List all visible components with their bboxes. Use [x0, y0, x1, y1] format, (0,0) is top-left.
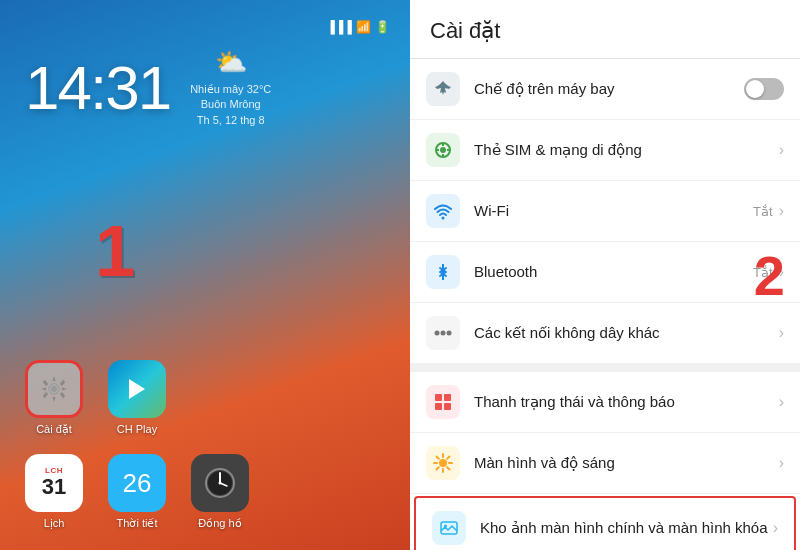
app-grid: Cài đặt CH Play [15, 360, 395, 530]
svg-point-16 [435, 331, 440, 336]
calendar-icon: LCH 31 [25, 454, 83, 512]
chplay-app[interactable]: CH Play [108, 360, 166, 436]
connections-chevron: › [779, 324, 784, 342]
notification-text: Thanh trạng thái và thông báo [474, 392, 779, 412]
sim-chevron: › [779, 141, 784, 159]
chplay-app-label: CH Play [117, 423, 157, 435]
svg-point-18 [447, 331, 452, 336]
settings-item-connections[interactable]: Các kết nối không dây khác › [410, 303, 800, 364]
wifi-status-icon: 📶 [356, 20, 371, 34]
svg-line-30 [437, 467, 439, 469]
settings-item-bluetooth[interactable]: Bluetooth Tắt › [410, 242, 800, 303]
wallpaper-label: Kho ảnh màn hình chính và màn hình khóa [480, 518, 773, 538]
sim-label: Thẻ SIM & mạng di động [474, 140, 779, 160]
display-text: Màn hình và độ sáng [474, 453, 779, 473]
wifi-label: Wi-Fi [474, 201, 753, 221]
battery-icon: 🔋 [375, 20, 390, 34]
svg-line-31 [447, 457, 449, 459]
app-row-2: LCH 31 Lịch 26 Thời tiết [25, 454, 385, 530]
svg-point-17 [441, 331, 446, 336]
svg-line-29 [447, 467, 449, 469]
clock-weather-row: 14:31 ⛅ Nhiều mây 32°C Buôn Mrông Th 5, … [15, 42, 395, 148]
svg-point-9 [440, 147, 446, 153]
svg-point-1 [50, 385, 58, 393]
notification-right: › [779, 393, 784, 411]
settings-item-notification[interactable]: Thanh trạng thái và thông báo › [410, 372, 800, 433]
svg-line-28 [437, 457, 439, 459]
weather-icon: ⛅ [215, 47, 247, 78]
bluetooth-label: Bluetooth [474, 262, 753, 282]
weather-app-icon: 26 [108, 454, 166, 512]
sim-text: Thẻ SIM & mạng di động [474, 140, 779, 160]
app-row-1: Cài đặt CH Play [25, 360, 385, 436]
wifi-status: Tắt [753, 204, 773, 219]
status-bar: ▐▐▐ 📶 🔋 [15, 20, 395, 42]
weather-widget: ⛅ Nhiều mây 32°C Buôn Mrông Th 5, 12 thg… [190, 47, 271, 128]
airplane-icon [426, 72, 460, 106]
airplane-toggle-container [744, 78, 784, 100]
clock-app-icon [191, 454, 249, 512]
svg-point-33 [444, 525, 447, 528]
wallpaper-right: › [773, 519, 778, 537]
bluetooth-icon [426, 255, 460, 289]
clock-app-label: Đồng hồ [198, 517, 241, 530]
step-1-label: 1 [95, 210, 135, 292]
display-right: › [779, 454, 784, 472]
settings-item-wifi[interactable]: Wi-Fi Tắt › [410, 181, 800, 242]
notification-icon [426, 385, 460, 419]
weather-description: Nhiều mây 32°C Buôn Mrông Th 5, 12 thg 8 [190, 82, 271, 128]
chplay-icon [108, 360, 166, 418]
bluetooth-chevron: › [779, 263, 784, 281]
svg-marker-2 [129, 379, 145, 399]
wallpaper-icon [432, 511, 466, 545]
sim-icon [426, 133, 460, 167]
settings-item-display[interactable]: Màn hình và độ sáng › [410, 433, 800, 494]
svg-rect-20 [444, 394, 451, 401]
wallpaper-text: Kho ảnh màn hình chính và màn hình khóa [480, 518, 773, 538]
svg-rect-21 [435, 403, 442, 410]
settings-item-sim[interactable]: Thẻ SIM & mạng di động › [410, 120, 800, 181]
wifi-text: Wi-Fi [474, 201, 753, 221]
calendar-app-label: Lịch [44, 517, 65, 530]
bluetooth-text: Bluetooth [474, 262, 753, 282]
svg-rect-22 [444, 403, 451, 410]
status-icons: ▐▐▐ 📶 🔋 [326, 20, 390, 34]
section-divider [410, 364, 800, 372]
connections-right: › [779, 324, 784, 342]
clock-display: 14:31 [25, 52, 170, 123]
weather-app-label: Thời tiết [117, 517, 158, 530]
connections-label: Các kết nối không dây khác [474, 323, 779, 343]
settings-app-label: Cài đặt [36, 423, 72, 436]
settings-app[interactable]: Cài đặt [25, 360, 83, 436]
svg-rect-19 [435, 394, 442, 401]
weather-app[interactable]: 26 Thời tiết [108, 454, 166, 530]
bluetooth-right: Tắt › [753, 263, 784, 281]
homescreen-panel: ▐▐▐ 📶 🔋 14:31 ⛅ Nhiều mây 32°C Buôn Mrôn… [0, 0, 410, 550]
notification-label: Thanh trạng thái và thông báo [474, 392, 779, 412]
calendar-app[interactable]: LCH 31 Lịch [25, 454, 83, 530]
clock-app[interactable]: Đồng hồ [191, 454, 249, 530]
settings-panel: Cài đặt 2 Chế độ trên máy bay [410, 0, 800, 550]
settings-item-wallpaper[interactable]: Kho ảnh màn hình chính và màn hình khóa … [414, 496, 796, 550]
settings-item-airplane[interactable]: Chế độ trên máy bay [410, 59, 800, 120]
bluetooth-status: Tắt [753, 265, 773, 280]
wifi-right: Tắt › [753, 202, 784, 220]
sim-right: › [779, 141, 784, 159]
settings-title: Cài đặt [410, 0, 800, 59]
display-label: Màn hình và độ sáng [474, 453, 779, 473]
svg-point-14 [442, 217, 445, 220]
notification-chevron: › [779, 393, 784, 411]
airplane-text: Chế độ trên máy bay [474, 79, 744, 99]
svg-point-23 [439, 459, 447, 467]
settings-list: Chế độ trên máy bay Thẻ SIM & mạng di độ… [410, 59, 800, 550]
wifi-chevron: › [779, 202, 784, 220]
wallpaper-chevron: › [773, 519, 778, 537]
wifi-icon [426, 194, 460, 228]
airplane-toggle[interactable] [744, 78, 784, 100]
display-chevron: › [779, 454, 784, 472]
connections-icon [426, 316, 460, 350]
connections-text: Các kết nối không dây khác [474, 323, 779, 343]
airplane-label: Chế độ trên máy bay [474, 79, 744, 99]
signal-icon: ▐▐▐ [326, 20, 352, 34]
settings-icon [25, 360, 83, 418]
